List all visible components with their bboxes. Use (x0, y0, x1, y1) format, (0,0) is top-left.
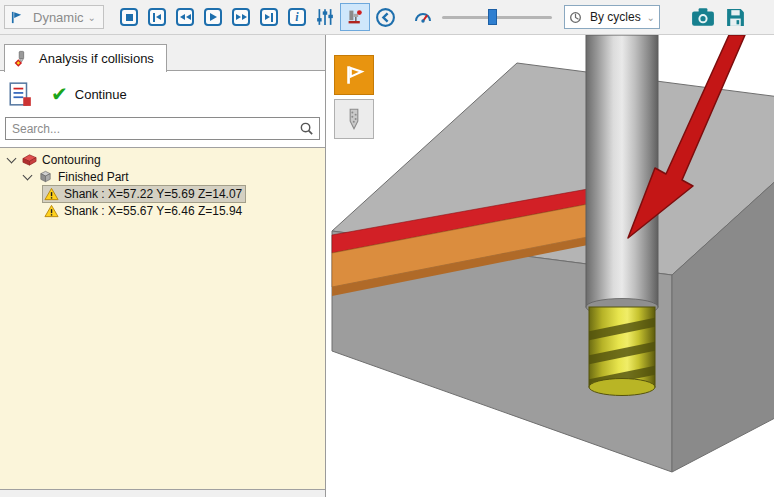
simulation-mode-icon (9, 9, 25, 25)
panel-actions: ✔ Continue (5, 77, 320, 111)
continue-label: Continue (75, 87, 127, 102)
slider-track[interactable] (442, 16, 552, 19)
tree-item-finished-part[interactable]: Finished Part (0, 168, 325, 185)
simulation-viewport[interactable] (327, 35, 774, 497)
play-button[interactable] (200, 4, 226, 30)
search-input[interactable] (5, 117, 320, 140)
contouring-cycle-icon (22, 152, 38, 168)
skip-to-start-icon (148, 8, 166, 26)
search-icon[interactable] (299, 121, 314, 140)
slider-thumb[interactable] (488, 9, 497, 25)
tree-item-collision-2[interactable]: Shank : X=55.67 Y=6.46 Z=15.94 (0, 202, 325, 219)
machining-3d-scene[interactable] (327, 35, 774, 497)
tree-item-label: Finished Part (58, 170, 129, 184)
play-icon (204, 8, 222, 26)
chevron-down-icon[interactable] (23, 170, 33, 180)
info-button[interactable]: i (284, 4, 310, 30)
warning-icon (44, 203, 60, 219)
tree-item-label: Contouring (42, 153, 101, 167)
fast-forward-button[interactable] (228, 4, 254, 30)
tree-item-contouring[interactable]: Contouring (0, 151, 325, 168)
fast-forward-icon (232, 8, 250, 26)
camera-icon (691, 7, 715, 27)
chevron-down-icon: ⌄ (647, 12, 655, 23)
application-window: Dynamic ⌄ i (0, 0, 774, 497)
green-check-icon: ✔ (51, 84, 68, 104)
panel-tabbar: Analysis if collisions (0, 35, 325, 71)
sliders-icon (316, 8, 334, 26)
warning-icon (44, 186, 60, 202)
speed-button[interactable] (410, 4, 436, 30)
collision-check-toggle[interactable] (340, 3, 370, 31)
snapshot-button[interactable] (688, 4, 718, 30)
save-button[interactable] (720, 4, 750, 30)
collision-tree: Contouring Finished Part Shank : X=57.22… (0, 147, 325, 490)
tab-label: Analysis if collisions (39, 51, 154, 66)
simulation-mode-label: Dynamic (33, 10, 84, 25)
previous-collision-button[interactable] (372, 4, 398, 30)
row-content: Shank : X=55.67 Y=6.46 Z=15.94 (43, 203, 245, 219)
tree-item-label: Shank : X=55.67 Y=6.46 Z=15.94 (64, 204, 242, 218)
info-icon: i (288, 8, 306, 26)
finished-part-icon (38, 169, 54, 185)
simulate-flag-icon (342, 63, 366, 87)
search-row (5, 111, 320, 147)
tool-display-icon (342, 107, 366, 131)
rewind-icon (176, 8, 194, 26)
view-mode-dropdown[interactable]: By cycles ⌄ (564, 5, 660, 29)
simulation-mode-button[interactable] (334, 55, 374, 95)
tool-display-button[interactable] (334, 99, 374, 139)
collision-report-icon (8, 81, 32, 107)
settings-sliders-button[interactable] (312, 4, 338, 30)
simulation-mode-dropdown[interactable]: Dynamic ⌄ (4, 5, 104, 29)
simulation-speed-slider[interactable] (442, 8, 552, 26)
go-to-end-button[interactable] (256, 4, 282, 30)
collision-analysis-panel: Analysis if collisions ✔ Continue (0, 35, 326, 497)
main-toolbar: Dynamic ⌄ i (0, 0, 774, 35)
chevron-down-icon: ⌄ (88, 12, 96, 23)
collision-check-icon (347, 7, 363, 27)
collision-report-button[interactable] (5, 79, 35, 109)
continue-button[interactable]: ✔ Continue (51, 84, 127, 104)
save-icon (725, 7, 746, 28)
speed-icon (413, 7, 433, 27)
go-to-start-button[interactable] (144, 4, 170, 30)
view-mode-label: By cycles (590, 10, 641, 24)
tree-item-label: Shank : X=57.22 Y=5.69 Z=14.07 (64, 187, 242, 201)
skip-to-end-icon (260, 8, 278, 26)
tab-analysis-if-collisions[interactable]: Analysis if collisions (4, 44, 167, 72)
stop-icon (120, 8, 138, 26)
panel-body: ✔ Continue (0, 70, 325, 147)
stop-button[interactable] (116, 4, 142, 30)
circle-back-icon (375, 7, 396, 28)
rewind-button[interactable] (172, 4, 198, 30)
collision-analysis-icon (13, 51, 29, 67)
by-cycles-icon (569, 11, 582, 24)
tree-item-collision-1[interactable]: Shank : X=57.22 Y=5.69 Z=14.07 (0, 185, 325, 202)
selected-row-highlight: Shank : X=57.22 Y=5.69 Z=14.07 (43, 186, 245, 202)
chevron-down-icon[interactable] (7, 153, 17, 163)
